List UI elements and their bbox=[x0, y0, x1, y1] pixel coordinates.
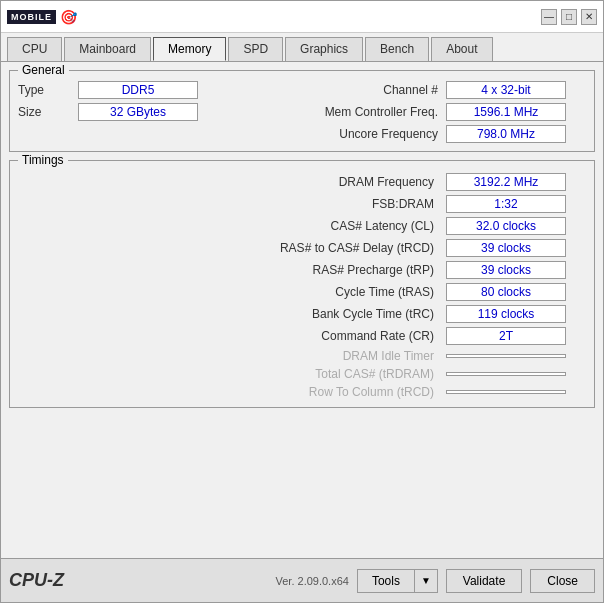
timing-value-7: 2T bbox=[446, 327, 566, 345]
timings-group-label: Timings bbox=[18, 153, 68, 167]
timing-label-9: Total CAS# (tRDRAM) bbox=[18, 367, 438, 381]
timing-label-6: Bank Cycle Time (tRC) bbox=[18, 307, 438, 321]
footer-version: Ver. 2.09.0.x64 bbox=[276, 575, 349, 587]
footer: CPU-Z Ver. 2.09.0.x64 Tools ▼ Validate C… bbox=[1, 558, 603, 602]
timing-label-7: Command Rate (CR) bbox=[18, 329, 438, 343]
window-controls: — □ ✕ bbox=[541, 9, 597, 25]
logo-icon: 🎯 bbox=[60, 9, 77, 25]
validate-button[interactable]: Validate bbox=[446, 569, 522, 593]
tools-button[interactable]: Tools bbox=[357, 569, 415, 593]
main-window: MOBILE 🎯 — □ ✕ CPU Mainboard Memory SPD … bbox=[0, 0, 604, 603]
timing-label-3: RAS# to CAS# Delay (tRCD) bbox=[18, 241, 438, 255]
tab-graphics[interactable]: Graphics bbox=[285, 37, 363, 61]
size-label: Size bbox=[18, 105, 78, 119]
timing-value-9 bbox=[446, 372, 566, 376]
type-label: Type bbox=[18, 83, 78, 97]
timing-label-0: DRAM Frequency bbox=[18, 175, 438, 189]
timing-value-10 bbox=[446, 390, 566, 394]
close-button[interactable]: ✕ bbox=[581, 9, 597, 25]
timing-label-10: Row To Column (tRCD) bbox=[18, 385, 438, 399]
timing-value-3: 39 clocks bbox=[446, 239, 566, 257]
timing-value-8 bbox=[446, 354, 566, 358]
timings-grid: DRAM Frequency 3192.2 MHz FSB:DRAM 1:32 … bbox=[18, 173, 586, 399]
tab-bench[interactable]: Bench bbox=[365, 37, 429, 61]
timing-label-8: DRAM Idle Timer bbox=[18, 349, 438, 363]
close-footer-button[interactable]: Close bbox=[530, 569, 595, 593]
mem-controller-value: 1596.1 MHz bbox=[446, 103, 566, 121]
tab-mainboard[interactable]: Mainboard bbox=[64, 37, 151, 61]
timing-label-5: Cycle Time (tRAS) bbox=[18, 285, 438, 299]
tab-cpu[interactable]: CPU bbox=[7, 37, 62, 61]
maximize-button[interactable]: □ bbox=[561, 9, 577, 25]
content-area: General Type DDR5 Channel # 4 x 32-bit S… bbox=[1, 62, 603, 558]
timings-group: Timings DRAM Frequency 3192.2 MHz FSB:DR… bbox=[9, 160, 595, 408]
tools-dropdown-button[interactable]: ▼ bbox=[415, 569, 438, 593]
size-value: 32 GBytes bbox=[78, 103, 198, 121]
type-value: DDR5 bbox=[78, 81, 198, 99]
minimize-button[interactable]: — bbox=[541, 9, 557, 25]
channel-value: 4 x 32-bit bbox=[446, 81, 566, 99]
timing-label-1: FSB:DRAM bbox=[18, 197, 438, 211]
mem-controller-label: Mem Controller Freq. bbox=[218, 105, 446, 119]
timing-label-2: CAS# Latency (CL) bbox=[18, 219, 438, 233]
timing-value-5: 80 clocks bbox=[446, 283, 566, 301]
uncore-value: 798.0 MHz bbox=[446, 125, 566, 143]
uncore-label: Uncore Frequency bbox=[218, 127, 446, 141]
general-group-label: General bbox=[18, 63, 69, 77]
timing-value-0: 3192.2 MHz bbox=[446, 173, 566, 191]
timing-value-1: 1:32 bbox=[446, 195, 566, 213]
title-logo: MOBILE 🎯 bbox=[7, 9, 541, 25]
timing-value-2: 32.0 clocks bbox=[446, 217, 566, 235]
tab-spd[interactable]: SPD bbox=[228, 37, 283, 61]
title-bar: MOBILE 🎯 — □ ✕ bbox=[1, 1, 603, 33]
logo-text: MOBILE bbox=[7, 10, 56, 24]
general-group: General Type DDR5 Channel # 4 x 32-bit S… bbox=[9, 70, 595, 152]
channel-label: Channel # bbox=[218, 83, 446, 97]
timing-value-4: 39 clocks bbox=[446, 261, 566, 279]
timing-label-4: RAS# Precharge (tRP) bbox=[18, 263, 438, 277]
tab-about[interactable]: About bbox=[431, 37, 492, 61]
timing-value-6: 119 clocks bbox=[446, 305, 566, 323]
tab-memory[interactable]: Memory bbox=[153, 37, 226, 61]
general-grid: Type DDR5 Channel # 4 x 32-bit Size 32 G… bbox=[18, 81, 586, 143]
footer-logo: CPU-Z bbox=[9, 570, 262, 591]
tools-group: Tools ▼ bbox=[357, 569, 438, 593]
tab-bar: CPU Mainboard Memory SPD Graphics Bench … bbox=[1, 33, 603, 62]
